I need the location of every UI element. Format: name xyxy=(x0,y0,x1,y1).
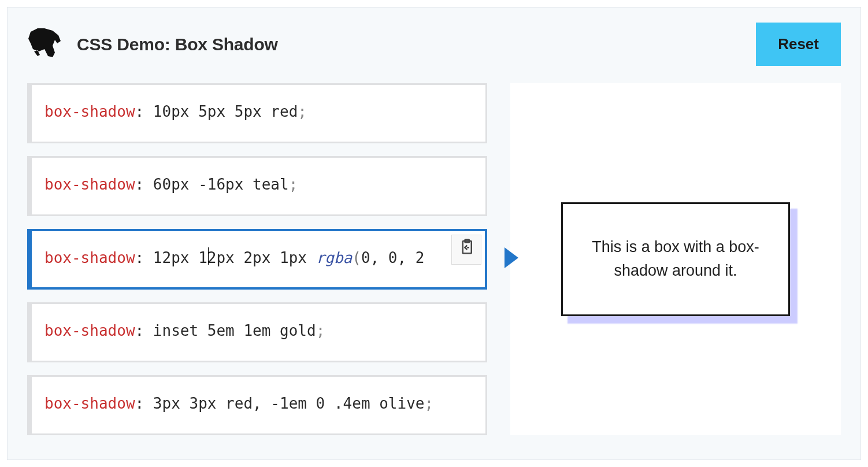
css-property: box-shadow xyxy=(44,103,135,120)
css-value-after-caret: 2px 2px 1px xyxy=(207,249,316,266)
semicolon: ; xyxy=(289,176,298,193)
css-value: 10px 5px 5px red xyxy=(153,103,298,120)
colon: : xyxy=(135,249,144,266)
content-row: box-shadow: 10px 5px 5px red; box-shadow… xyxy=(8,72,860,453)
code-choice-3[interactable]: box-shadow: inset 5em 1em gold; xyxy=(27,302,487,362)
open-paren: ( xyxy=(352,249,361,266)
code-choice-2[interactable]: box-shadow: 12px 12px 2px 1px rgba(0, 0,… xyxy=(27,229,487,290)
reset-button[interactable]: Reset xyxy=(756,23,841,66)
header: CSS Demo: Box Shadow Reset xyxy=(8,8,860,72)
colon: : xyxy=(135,176,144,193)
css-value: 60px -16px teal xyxy=(153,176,289,193)
semicolon: ; xyxy=(298,103,307,120)
preview-pane: This is a box with a box-shadow around i… xyxy=(510,83,841,435)
colon: : xyxy=(135,103,144,120)
mdn-dino-icon xyxy=(27,26,64,63)
semicolon: ; xyxy=(424,395,433,412)
css-property: box-shadow xyxy=(44,322,135,339)
clipboard-paste-icon xyxy=(458,238,475,261)
css-args-partial: 0, 0, 2 xyxy=(361,249,425,266)
css-demo-container: CSS Demo: Box Shadow Reset box-shadow: 1… xyxy=(7,7,861,460)
preview-box: This is a box with a box-shadow around i… xyxy=(561,202,790,317)
page-title: CSS Demo: Box Shadow xyxy=(77,35,278,54)
css-value: inset 5em 1em gold xyxy=(153,322,316,339)
selection-arrow-icon xyxy=(505,247,518,268)
colon: : xyxy=(135,395,144,412)
code-choice-1[interactable]: box-shadow: 60px -16px teal; xyxy=(27,156,487,216)
css-function: rgba xyxy=(316,249,353,266)
code-choices-list: box-shadow: 10px 5px 5px red; box-shadow… xyxy=(27,83,487,435)
css-property: box-shadow xyxy=(44,249,135,266)
css-property: box-shadow xyxy=(44,176,135,193)
css-value-prefix: 12px 1 xyxy=(153,249,207,266)
css-value: 3px 3px red, -1em 0 .4em olive xyxy=(153,395,425,412)
code-choice-4[interactable]: box-shadow: 3px 3px red, -1em 0 .4em oli… xyxy=(27,375,487,435)
css-property: box-shadow xyxy=(44,395,135,412)
preview-text: This is a box with a box-shadow around i… xyxy=(592,238,759,280)
colon: : xyxy=(135,322,144,339)
header-left: CSS Demo: Box Shadow xyxy=(27,26,278,63)
semicolon: ; xyxy=(316,322,325,339)
code-choice-0[interactable]: box-shadow: 10px 5px 5px red; xyxy=(27,83,487,143)
copy-to-clipboard-button[interactable] xyxy=(451,235,481,265)
